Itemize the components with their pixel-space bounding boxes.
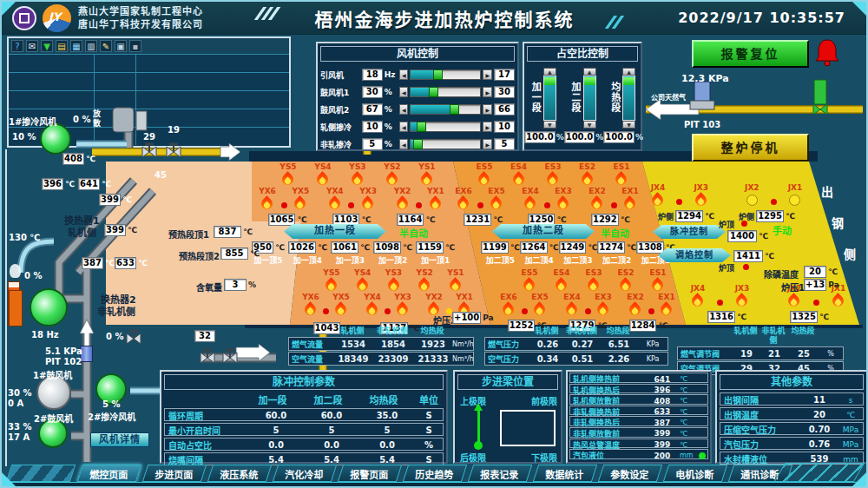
slider-up-button[interactable]: ▲ [622, 68, 635, 76]
nav-tab[interactable]: 历史趋势 [403, 465, 467, 482]
duty-value[interactable]: 100.0 [603, 131, 635, 143]
slider-right-button[interactable]: ▶ [483, 139, 492, 149]
nav-tab[interactable]: 数据统计 [533, 465, 597, 482]
cell-value: 0.26 [530, 340, 565, 349]
fan-detail-button[interactable]: 风机详情 [90, 432, 149, 447]
induced-draft-fan-icon[interactable] [30, 288, 68, 326]
param-value[interactable]: 5.4 [304, 455, 359, 465]
mail-icon[interactable]: ✉ [26, 40, 38, 52]
download-icon[interactable]: ▼ [41, 40, 53, 52]
slider-left-button[interactable]: ◀ [399, 139, 409, 149]
slider-left-button[interactable]: ◀ [399, 122, 409, 132]
folder-icon[interactable]: ▤ [56, 40, 68, 52]
fan-setpoint[interactable]: 10 [494, 121, 515, 133]
zone1-button[interactable]: 加热一段 [284, 224, 386, 239]
alarm-reset-button[interactable]: 报警复位 [692, 40, 809, 68]
mixing-fan1-speed: 10 % [12, 132, 36, 142]
fan-slider[interactable] [410, 87, 481, 97]
fan-setpoint[interactable]: 5 [494, 138, 515, 150]
fan-slider[interactable] [410, 122, 481, 132]
temp-value: 1103 [332, 214, 360, 226]
nav-tab[interactable]: 燃控页面 [77, 465, 141, 482]
slider-up-button[interactable]: ▲ [543, 68, 556, 76]
duty-slider[interactable]: ▲▼ [622, 68, 635, 129]
param-value[interactable]: 0.0 [304, 440, 359, 450]
param-value[interactable]: 60.0 [248, 411, 304, 420]
slider-right-button[interactable]: ▶ [483, 69, 492, 80]
fan-value: 30 [362, 86, 383, 98]
slider-thumb[interactable] [413, 139, 423, 149]
green-valve-icon[interactable] [813, 80, 827, 115]
param-value[interactable]: 5 [304, 425, 359, 435]
fan-slider[interactable] [410, 139, 481, 149]
slider-thumb[interactable] [450, 104, 459, 115]
valve-icon[interactable] [201, 350, 214, 363]
slider-left-button[interactable]: ◀ [399, 87, 409, 97]
param-value[interactable]: 0.0 [248, 440, 304, 450]
slider-left-button[interactable]: ◀ [399, 69, 409, 80]
slider-thumb[interactable] [417, 122, 426, 132]
slider-down-button[interactable]: ▼ [583, 121, 596, 129]
mixing-fan1-icon[interactable] [40, 123, 71, 155]
nav-tab[interactable]: 电机诊断 [663, 465, 727, 482]
slider-up-button[interactable]: ▲ [583, 68, 596, 76]
fan-setpoint[interactable]: 30 [494, 86, 515, 98]
slider-down-button[interactable]: ▼ [622, 121, 635, 129]
slider-down-button[interactable]: ▼ [543, 121, 556, 129]
slider-left-button[interactable]: ◀ [399, 104, 409, 115]
duty-slider[interactable]: ▲▼ [543, 68, 556, 129]
roof-temp-value: 1264 [520, 241, 548, 254]
duty-slider[interactable]: ▲▼ [583, 68, 596, 129]
fan-unit: % [385, 140, 398, 148]
edit-icon[interactable]: ✎ [100, 40, 112, 52]
slider-track[interactable] [543, 76, 556, 121]
slider-right-button[interactable]: ▶ [483, 104, 492, 115]
param-value[interactable]: 5.4 [248, 455, 304, 465]
nav-tab[interactable]: 报警页面 [338, 465, 402, 482]
help-icon[interactable]: ? [11, 40, 23, 52]
flame-icon [623, 195, 637, 212]
param-value[interactable]: 5 [248, 425, 304, 435]
nav-tab[interactable]: 参数设定 [598, 465, 662, 482]
slider-thumb[interactable] [429, 87, 438, 97]
param-value[interactable]: 5 [359, 425, 415, 435]
slider-track[interactable] [622, 76, 635, 121]
fan-slider[interactable] [410, 69, 481, 80]
slider-right-button[interactable]: ▶ [483, 122, 492, 132]
frame-line [5, 149, 7, 466]
slider-thumb[interactable] [433, 69, 443, 80]
window-icon[interactable]: ▣ [115, 40, 127, 52]
duty-value[interactable]: 100.0 [564, 131, 595, 143]
fan-control-rows: 引风机18Hz◀▶17鼓风机130%◀▶30鼓风机267%◀▶66轧侧掺冷10%… [318, 64, 517, 155]
burner-label: EX1 [621, 188, 638, 195]
nav-tab[interactable]: 汽化冷却 [273, 465, 337, 482]
slider-right-button[interactable]: ▶ [483, 87, 492, 97]
param-value[interactable]: 35.0 [359, 411, 415, 420]
mixing-fan2-pct: 5 % [102, 399, 120, 409]
chart-icon[interactable]: ▦ [70, 40, 82, 52]
slider-track[interactable] [583, 76, 596, 121]
duty-value[interactable]: 100.0 [524, 131, 556, 143]
nav-tab[interactable]: 液压系统 [207, 465, 272, 482]
valve-icon[interactable] [127, 331, 141, 344]
zone2-button[interactable]: 加热二段 [492, 224, 595, 239]
column-header: 加一段 [245, 392, 300, 406]
nav-tab[interactable]: 步进页面 [142, 465, 207, 482]
nav-tab[interactable]: 报表记录 [468, 465, 532, 482]
pulse-control-button[interactable]: 脉冲控制 [653, 225, 726, 239]
lock-icon[interactable]: ▪ [129, 40, 141, 52]
spacer [451, 326, 474, 336]
flame-adjust-button[interactable]: 调焰控制 [658, 248, 731, 262]
pit103-transmitter-icon[interactable] [690, 82, 714, 109]
param-value[interactable]: 60.0 [304, 411, 359, 420]
param-value[interactable]: 5.4 [359, 455, 415, 465]
burner-flame: YS3 [347, 163, 368, 188]
report-icon[interactable]: ▥ [85, 40, 97, 52]
valve-icon[interactable] [223, 350, 237, 363]
fan-slider[interactable] [410, 104, 481, 115]
fan-setpoint[interactable]: 66 [494, 103, 515, 115]
furnace-stop-button[interactable]: 整炉停机 [692, 134, 809, 162]
fan-setpoint[interactable]: 17 [494, 69, 515, 81]
burner-flame: JX3 [732, 285, 753, 309]
param-value[interactable]: 0.0 [359, 440, 415, 450]
